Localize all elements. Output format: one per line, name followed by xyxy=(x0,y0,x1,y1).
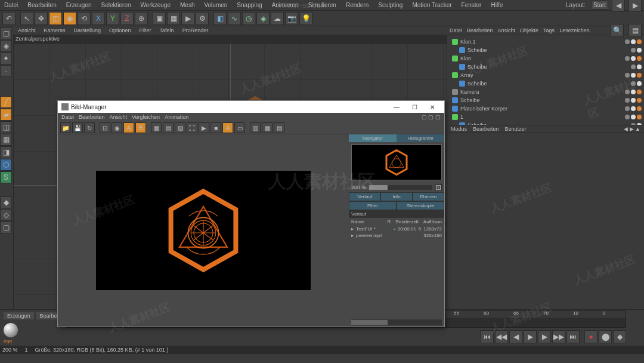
dlg-filter-icon[interactable]: ▤ xyxy=(163,122,174,133)
tab-navigator[interactable]: Navigator xyxy=(349,134,397,142)
menu-motion-tracker[interactable]: Motion Tracker xyxy=(410,1,453,9)
layout-next-icon[interactable]: ▶ xyxy=(628,0,642,12)
dlg-save-icon[interactable]: 💾 xyxy=(72,122,83,133)
object-toggles[interactable] xyxy=(631,48,642,53)
menu-sculpting[interactable]: Sculpting xyxy=(376,1,404,9)
history-row[interactable]: ▸TestFUI *•00:00:0151280x72 xyxy=(349,226,444,232)
dlg-zoom-100-icon[interactable]: ◉ xyxy=(112,122,122,133)
hierarchy-row[interactable]: Scheibe xyxy=(450,96,642,104)
dlg-channel-icon[interactable]: ▦ xyxy=(151,122,162,133)
menu-mesh[interactable]: Mesh xyxy=(178,1,196,9)
polygon-mode-icon[interactable]: ▰ xyxy=(0,109,12,121)
layout-selector[interactable]: Start xyxy=(591,1,608,10)
dlg-reload-icon[interactable]: ↻ xyxy=(84,122,95,133)
object-toggles[interactable] xyxy=(631,64,642,69)
am-tab-benutzer[interactable]: Benutzer xyxy=(505,126,527,132)
dlg-menu-bearbeiten[interactable]: Bearbeiten xyxy=(79,114,105,120)
object-toggles[interactable] xyxy=(625,39,642,44)
hierarchy-row[interactable]: Kamera xyxy=(450,88,642,96)
subtab-verlauf[interactable]: Verlauf xyxy=(349,192,380,201)
menu-snapping[interactable]: Snapping xyxy=(235,1,264,9)
hierarchy-row[interactable]: Platonischer Körper xyxy=(450,104,642,113)
om-menu-bearbeiten[interactable]: Bearbeiten xyxy=(467,27,493,33)
zoom-slider[interactable] xyxy=(369,185,432,190)
tool-b-icon[interactable]: ◇ xyxy=(0,209,12,221)
autokey-icon[interactable]: ⬤ xyxy=(599,330,612,343)
deformer-icon[interactable]: ◈ xyxy=(256,12,270,25)
menu-werkzeuge[interactable]: Werkzeuge xyxy=(139,1,172,9)
object-toggles[interactable] xyxy=(625,115,642,119)
next-key-icon[interactable]: ▶▶ xyxy=(552,330,565,343)
vp-menu-ansicht[interactable]: Ansicht xyxy=(16,27,38,33)
vp-menu-tafeln[interactable]: Tafeln xyxy=(157,27,177,33)
vp-menu-prorender[interactable]: ProRender xyxy=(180,27,211,33)
object-toggles[interactable] xyxy=(625,106,642,111)
dlg-nav-icon[interactable]: ▦ xyxy=(262,122,273,133)
point-mode-icon[interactable]: · xyxy=(0,65,12,77)
tool-a-icon[interactable]: ◆ xyxy=(0,196,12,208)
tool-c-icon[interactable]: ▢ xyxy=(0,222,12,233)
object-toggles[interactable] xyxy=(625,98,642,103)
goto-end-icon[interactable]: ⏭ xyxy=(566,330,580,343)
dlg-open-icon[interactable]: 📁 xyxy=(60,122,71,133)
dlg-ab-b-icon[interactable]: B xyxy=(135,122,146,133)
menu-bearbeiten[interactable]: Bearbeiten xyxy=(26,1,58,9)
object-hierarchy[interactable]: Klon.1ScheibeKlonScheibeArrayScheibeKame… xyxy=(447,35,644,125)
render-viewport[interactable] xyxy=(58,134,349,327)
subtab-info[interactable]: Info xyxy=(380,192,412,201)
texture-mode-icon[interactable]: ▦ xyxy=(0,134,12,146)
dlg-stop-icon[interactable]: ■ xyxy=(210,122,221,133)
dialog-titlebar[interactable]: Bild-Manager — ☐ ✕ xyxy=(58,101,444,113)
vp-menu-kameras[interactable]: Kameras xyxy=(42,27,68,33)
render-icon[interactable]: ▣ xyxy=(153,12,166,25)
hierarchy-row[interactable]: Scheibe xyxy=(450,46,642,54)
hierarchy-row[interactable]: Klon xyxy=(450,54,642,63)
play-icon[interactable]: ▶ xyxy=(524,330,537,343)
model-mode-icon[interactable]: ▢ xyxy=(0,27,12,39)
dlg-layers-icon[interactable]: ▤ xyxy=(274,122,284,133)
vp-menu-optionen[interactable]: Optionen xyxy=(107,27,134,33)
hierarchy-row[interactable]: Scheibe xyxy=(450,63,642,71)
om-menu-objekte[interactable]: Objekte xyxy=(520,27,538,33)
hierarchy-row[interactable]: 1 xyxy=(450,113,642,121)
workplane-icon[interactable]: ◨ xyxy=(0,146,12,158)
minimize-icon[interactable]: — xyxy=(388,101,405,112)
menu-selektieren[interactable]: Selektieren xyxy=(100,1,133,9)
om-menu-datei[interactable]: Datei xyxy=(450,27,462,33)
prev-key-icon[interactable]: ◀◀ xyxy=(495,330,508,343)
goto-start-icon[interactable]: ⏮ xyxy=(481,330,494,343)
dlg-alpha-icon[interactable]: ▨ xyxy=(175,122,185,133)
am-tab-bearbeiten[interactable]: Bearbeiten xyxy=(473,126,499,132)
dlg-menu-animation[interactable]: Animation xyxy=(165,114,188,120)
render-settings-icon[interactable]: ⚙ xyxy=(196,12,209,25)
history-list[interactable]: ▸TestFUI *•00:00:0151280x72▸preview.mp43… xyxy=(349,226,444,239)
axis-z-icon[interactable]: Z xyxy=(120,12,134,25)
select-icon[interactable]: ↖ xyxy=(20,12,33,25)
menu-erzeugen[interactable]: Erzeugen xyxy=(64,1,94,9)
dlg-fullscreen-icon[interactable]: ⛶ xyxy=(187,122,197,133)
coord-sys-icon[interactable]: ⊕ xyxy=(135,12,148,25)
recent-tool-icon[interactable]: ⟲ xyxy=(78,12,91,25)
uv-mode-icon[interactable]: ◫ xyxy=(0,121,12,133)
object-toggles[interactable] xyxy=(625,73,642,78)
snap-toggle-icon[interactable]: S xyxy=(0,171,12,183)
axis-mode-icon[interactable]: ✦ xyxy=(0,53,12,64)
navigator-thumbnail[interactable] xyxy=(351,144,442,180)
history-row[interactable]: ▸preview.mp4320x180 xyxy=(349,232,444,239)
hierarchy-row[interactable]: Array xyxy=(450,71,642,79)
hierarchy-row[interactable]: Klon.1 xyxy=(450,38,642,46)
snap-icon[interactable]: ⬡ xyxy=(0,159,12,171)
om-menu-ansicht[interactable]: Ansicht xyxy=(498,27,516,33)
next-frame-icon[interactable]: ▶ xyxy=(538,330,551,343)
prev-frame-icon[interactable]: ◀ xyxy=(509,330,522,343)
record-icon[interactable]: ● xyxy=(584,330,597,343)
render-pv-icon[interactable]: ▶ xyxy=(181,12,194,25)
key-options-icon[interactable]: ◆ xyxy=(613,330,626,343)
rotate-icon[interactable]: ◉ xyxy=(63,12,76,25)
generator-icon[interactable]: ◷ xyxy=(242,12,255,25)
object-mode-icon[interactable]: ◈ xyxy=(0,40,12,52)
menu-hilfe[interactable]: Hilfe xyxy=(489,1,504,9)
axis-x-icon[interactable]: X xyxy=(92,12,105,25)
menu-volumen[interactable]: Volumen xyxy=(202,1,229,9)
menu-rendern[interactable]: Rendern xyxy=(344,1,370,9)
